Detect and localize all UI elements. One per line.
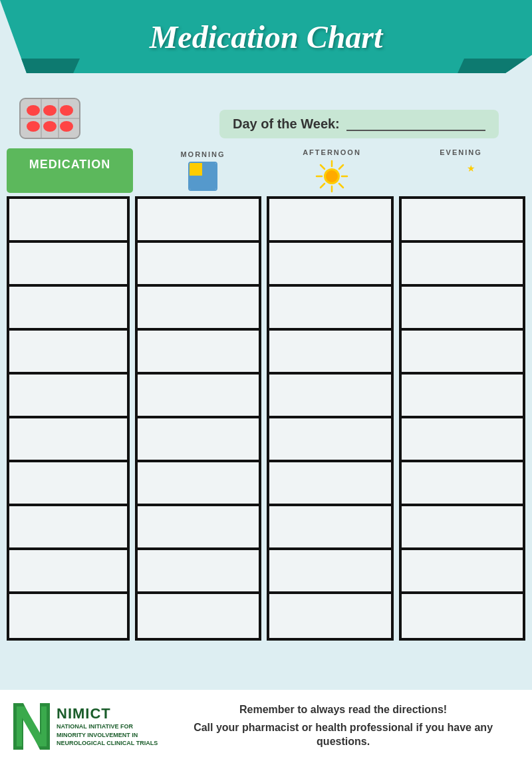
org-name-line2: MINORITY INVOLVEMENT IN <box>57 731 158 740</box>
day-underline <box>346 118 485 131</box>
evening-icon: ★ <box>444 160 477 193</box>
morning-header: MORNING <box>141 148 265 193</box>
svg-point-2 <box>43 105 57 116</box>
svg-point-5 <box>43 121 57 132</box>
evening-header: EVENING ★ <box>399 148 523 193</box>
table-row <box>9 418 127 462</box>
table-row <box>402 550 523 594</box>
table-row <box>402 506 523 550</box>
afternoon-column <box>267 196 393 641</box>
table-row <box>269 550 390 594</box>
org-name-line3: NEUROLOGICAL CLINICAL TRIALS <box>57 739 158 748</box>
table-row <box>9 462 127 506</box>
table-row <box>402 375 523 418</box>
table-row <box>269 199 390 243</box>
morning-icon-tl <box>190 163 203 176</box>
table-row <box>269 331 390 375</box>
afternoon-icon <box>315 160 348 193</box>
svg-point-6 <box>60 121 73 132</box>
table-row <box>9 375 127 418</box>
afternoon-label: AFTERNOON <box>303 148 361 156</box>
table-row <box>9 199 127 243</box>
morning-column <box>135 196 261 641</box>
table-row <box>9 243 127 287</box>
footer-message: Remember to always read the directions! … <box>168 704 519 749</box>
table-row <box>9 331 127 375</box>
table-row <box>138 243 259 287</box>
footer-message-top: Remember to always read the directions! <box>168 704 519 716</box>
table-row <box>402 462 523 506</box>
table-row <box>9 506 127 550</box>
org-name-line1: NATIONAL INITIATIVE FOR <box>57 722 158 731</box>
org-abbreviation: NIMICT <box>57 705 158 722</box>
table-row <box>9 287 127 331</box>
table-row <box>138 199 259 243</box>
nimict-logo-icon <box>13 703 50 750</box>
column-headers: MEDICATION MORNING AFTERNOON <box>3 148 529 193</box>
medication-grid <box>3 196 529 641</box>
svg-line-15 <box>339 184 343 188</box>
day-of-week-label: Day of the Week: <box>233 116 340 132</box>
medication-header: MEDICATION <box>7 148 133 193</box>
table-row <box>402 287 523 331</box>
footer: NIMICT NATIONAL INITIATIVE FOR MINORITY … <box>0 690 532 763</box>
table-row <box>138 331 259 375</box>
table-row <box>269 375 390 418</box>
medication-column <box>7 196 130 641</box>
morning-icon-br <box>203 176 216 190</box>
table-row <box>402 199 523 243</box>
banner-left-ribbon <box>0 59 80 85</box>
header-banner: Medication Chart <box>0 0 532 73</box>
page-title: Medication Chart <box>150 19 383 55</box>
pills-icon <box>17 92 83 145</box>
svg-point-1 <box>27 105 40 116</box>
svg-line-17 <box>321 184 325 188</box>
evening-column <box>399 196 525 641</box>
svg-line-16 <box>339 165 343 169</box>
svg-point-19 <box>326 170 338 182</box>
day-section: Day of the Week: <box>219 110 499 138</box>
svg-marker-22 <box>17 706 47 746</box>
table-row <box>138 550 259 594</box>
table-row <box>269 594 390 638</box>
table-row <box>269 287 390 331</box>
table-row <box>138 375 259 418</box>
afternoon-header: AFTERNOON <box>270 148 394 193</box>
table-row <box>402 331 523 375</box>
footer-logo: NIMICT NATIONAL INITIATIVE FOR MINORITY … <box>13 703 158 750</box>
table-row <box>269 506 390 550</box>
svg-point-3 <box>60 105 73 116</box>
table-row <box>402 594 523 638</box>
footer-message-bottom: Call your pharmacist or health professio… <box>168 721 519 749</box>
table-row <box>402 243 523 287</box>
table-row <box>402 418 523 462</box>
table-row <box>269 243 390 287</box>
table-row <box>138 506 259 550</box>
table-row <box>138 594 259 638</box>
morning-icon-tr <box>203 163 216 176</box>
svg-point-4 <box>27 121 40 132</box>
svg-line-14 <box>321 165 325 169</box>
table-row <box>9 594 127 638</box>
footer-org-text: NIMICT NATIONAL INITIATIVE FOR MINORITY … <box>57 705 158 748</box>
morning-icon <box>188 162 217 191</box>
table-row <box>9 550 127 594</box>
morning-label: MORNING <box>180 150 225 158</box>
morning-icon-bl <box>190 176 203 190</box>
table-row <box>138 287 259 331</box>
banner-right-ribbon <box>452 59 532 85</box>
table-row <box>138 418 259 462</box>
evening-label: EVENING <box>440 148 482 156</box>
table-row <box>269 418 390 462</box>
table-row <box>269 462 390 506</box>
svg-text:★: ★ <box>467 163 475 174</box>
table-row <box>138 462 259 506</box>
